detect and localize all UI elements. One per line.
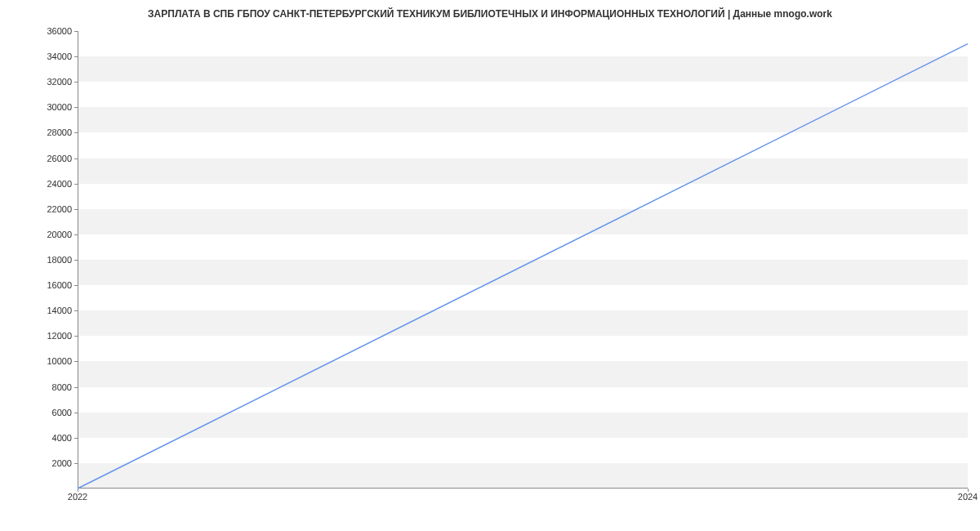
line-chart-svg [78, 31, 968, 489]
y-tick-label: 26000 [31, 154, 72, 163]
x-tick-label: 2024 [958, 492, 978, 502]
y-tick-label: 20000 [31, 230, 72, 239]
y-tick-label: 6000 [31, 408, 72, 417]
y-tick-label: 8000 [31, 382, 72, 392]
y-tick-label: 24000 [31, 179, 72, 189]
y-tick-label: 18000 [31, 255, 72, 265]
chart-title: ЗАРПЛАТА В СПБ ГБПОУ САНКТ-ПЕТЕРБУРГСКИЙ… [0, 8, 980, 20]
y-tick-label: 2000 [31, 458, 72, 468]
y-tick-label: 36000 [31, 26, 72, 36]
plot-area [78, 31, 968, 489]
y-tick-label: 28000 [31, 127, 72, 137]
y-tick-label: 10000 [31, 356, 72, 366]
y-tick-label: 4000 [31, 433, 72, 443]
x-tick-label: 2022 [68, 492, 87, 502]
y-tick-label: 16000 [31, 280, 72, 290]
y-tick-label: 14000 [31, 306, 72, 315]
y-tick-label: 32000 [31, 77, 72, 87]
chart-container: ЗАРПЛАТА В СПБ ГБПОУ САНКТ-ПЕТЕРБУРГСКИЙ… [0, 0, 980, 531]
y-tick-label: 30000 [31, 102, 72, 112]
y-tick-label: 34000 [31, 51, 72, 61]
y-tick-label: 12000 [31, 331, 72, 341]
y-tick-label: 22000 [31, 204, 72, 214]
data-line [78, 44, 968, 489]
